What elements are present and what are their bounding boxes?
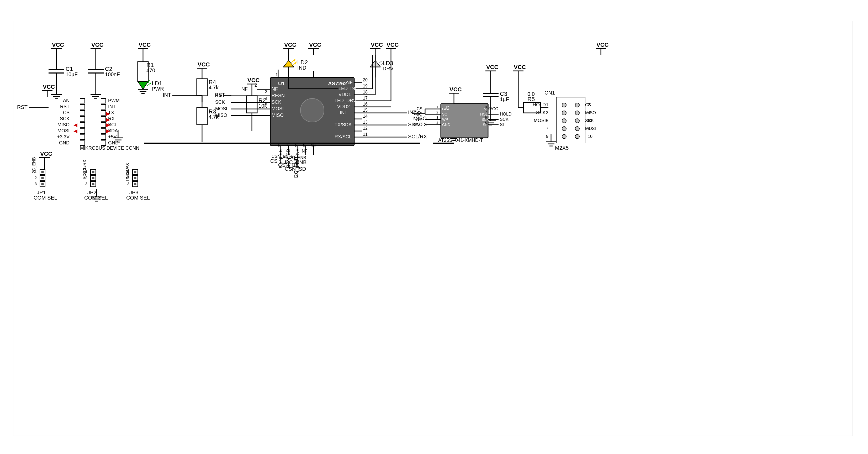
- svg-text:TX/SDA: TX/SDA: [335, 122, 351, 127]
- svg-text:JP2: JP2: [87, 190, 96, 195]
- svg-text:COM SEL: COM SEL: [34, 195, 57, 201]
- svg-text:GND: GND: [108, 140, 119, 145]
- svg-text:4: 4: [436, 121, 438, 125]
- svg-text:NF: NF: [272, 86, 278, 92]
- svg-text:MISO: MISO: [413, 116, 427, 121]
- svg-point-318: [575, 126, 579, 131]
- svg-text:NF: NF: [302, 149, 308, 153]
- svg-text:MOSI: MOSI: [272, 106, 284, 111]
- svg-point-370: [134, 177, 136, 179]
- svg-point-344: [41, 171, 44, 173]
- svg-text:4.7k: 4.7k: [209, 85, 219, 90]
- svg-text:VDD2: VDD2: [337, 104, 350, 109]
- svg-text:TX: TX: [125, 176, 130, 182]
- svg-text:IND: IND: [297, 65, 306, 70]
- svg-text:COM SEL: COM SEL: [84, 195, 108, 201]
- svg-text:SI: SI: [500, 122, 504, 127]
- svg-text:GND: GND: [413, 122, 423, 127]
- svg-text:NF: NF: [241, 86, 248, 92]
- svg-text:PWM: PWM: [108, 98, 120, 103]
- svg-text:470: 470: [147, 67, 155, 73]
- svg-text:15: 15: [363, 108, 368, 112]
- svg-text:8: 8: [485, 105, 487, 109]
- svg-text:JP3: JP3: [129, 190, 138, 195]
- svg-text:3: 3: [436, 116, 438, 119]
- svg-text:MISO: MISO: [585, 111, 596, 115]
- svg-text:0.0: 0.0: [527, 91, 535, 97]
- svg-text:AN: AN: [63, 98, 69, 103]
- svg-text:VDD1: VDD1: [339, 92, 351, 97]
- svg-text:VCC: VCC: [596, 41, 609, 48]
- svg-text:13: 13: [363, 120, 368, 124]
- svg-text:RST: RST: [215, 92, 225, 98]
- svg-text:VCC: VCC: [450, 86, 462, 93]
- svg-point-316: [575, 119, 579, 123]
- svg-text:1: 1: [276, 73, 278, 77]
- svg-point-317: [562, 126, 566, 131]
- svg-text:6: 6: [588, 118, 590, 123]
- svg-text:5: 5: [485, 121, 487, 125]
- svg-text:U1: U1: [278, 81, 285, 86]
- svg-text:VCC: VCC: [284, 41, 297, 48]
- svg-point-371: [134, 183, 136, 186]
- svg-text:9: 9: [546, 134, 549, 139]
- svg-text:3: 3: [85, 182, 87, 186]
- svg-text:10: 10: [588, 134, 592, 139]
- svg-text:SCK: SCK: [536, 110, 546, 115]
- svg-text:SO: SO: [442, 112, 447, 116]
- svg-point-319: [562, 135, 566, 139]
- svg-point-314: [575, 111, 579, 115]
- svg-text:100nF: 100nF: [105, 72, 120, 77]
- schematic-svg: VCC VCC VCC VCC VCC VCC VCC VCC VCC VCC …: [0, 0, 868, 454]
- svg-text:CS: CS: [63, 110, 69, 115]
- svg-text:WP: WP: [442, 117, 448, 121]
- svg-text:VCC: VCC: [138, 41, 151, 48]
- svg-text:RX: RX: [108, 116, 115, 121]
- svg-text:RESN: RESN: [272, 93, 285, 98]
- svg-text:MOSI: MOSI: [215, 106, 227, 111]
- svg-text:+3.3V: +3.3V: [57, 134, 69, 139]
- svg-text:18: 18: [363, 90, 368, 94]
- svg-point-345: [41, 177, 44, 179]
- svg-text:RST: RST: [60, 104, 69, 109]
- svg-rect-0: [0, 0, 868, 454]
- svg-text:10: 10: [311, 143, 316, 148]
- svg-text:GND: GND: [442, 123, 450, 127]
- svg-text:DRV: DRV: [382, 66, 394, 72]
- svg-text:INT: INT: [108, 104, 116, 109]
- svg-text:LED_DRV: LED_DRV: [335, 98, 356, 104]
- svg-text:1µF: 1µF: [500, 96, 509, 102]
- svg-text:VCC: VCC: [386, 41, 399, 48]
- svg-text:CSN_SD: CSN_SD: [286, 149, 291, 168]
- svg-text:6: 6: [485, 116, 487, 119]
- svg-text:HOLD: HOLD: [533, 102, 546, 107]
- svg-point-315: [562, 119, 566, 123]
- svg-text:19: 19: [363, 84, 368, 88]
- svg-text:2: 2: [35, 176, 37, 180]
- svg-text:1: 1: [436, 105, 438, 109]
- schematic-canvas: VCC VCC VCC VCC VCC VCC VCC VCC VCC VCC …: [0, 0, 868, 454]
- svg-text:7: 7: [485, 110, 487, 114]
- svg-text:AS7262: AS7262: [328, 81, 347, 86]
- svg-text:MOSI: MOSI: [58, 128, 69, 133]
- svg-text:SCK: SCK: [215, 100, 225, 105]
- svg-text:JP1: JP1: [37, 190, 45, 195]
- svg-text:9: 9: [303, 143, 305, 148]
- svg-text:VCC: VCC: [43, 84, 55, 90]
- svg-text:VCC: VCC: [52, 41, 64, 48]
- svg-text:3: 3: [127, 182, 129, 186]
- svg-text:SDA/TX: SDA/TX: [125, 163, 130, 178]
- svg-text:3: 3: [265, 89, 268, 94]
- svg-text:RX/SCL: RX/SCL: [335, 134, 351, 139]
- svg-text:MOSI: MOSI: [534, 118, 546, 123]
- svg-text:VCC: VCC: [40, 150, 53, 157]
- svg-text:CS: CS: [413, 110, 421, 116]
- svg-point-312: [575, 103, 579, 107]
- svg-text:2: 2: [254, 83, 257, 87]
- svg-point-346: [41, 183, 44, 186]
- svg-text:7: 7: [286, 143, 288, 148]
- svg-text:SCK: SCK: [500, 117, 508, 121]
- svg-text:17: 17: [363, 96, 368, 100]
- svg-point-192: [301, 98, 324, 122]
- svg-text:M2X5: M2X5: [555, 145, 568, 151]
